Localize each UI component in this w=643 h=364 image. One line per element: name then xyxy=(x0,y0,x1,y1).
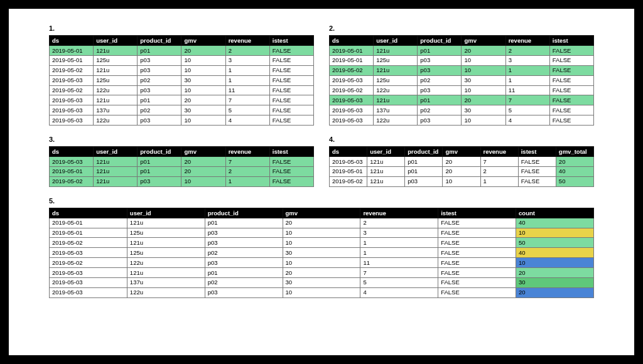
table-cell: p01 xyxy=(138,166,181,176)
table-cell: p03 xyxy=(205,258,283,268)
table-cell: FALSE xyxy=(549,55,593,65)
table-cell: 2019-05-03 xyxy=(50,105,94,115)
table-cell: 10 xyxy=(283,258,360,268)
table-row: 2019-05-02122up031011FALSE xyxy=(50,85,314,95)
table-cell: 7 xyxy=(360,268,438,278)
table-cell: p01 xyxy=(205,268,283,278)
table-cell: p01 xyxy=(418,95,462,105)
table-row: 2019-05-02121up03101FALSE50 xyxy=(50,238,594,248)
table-cell: FALSE xyxy=(269,105,313,115)
table-cell: FALSE xyxy=(269,95,313,105)
table-row: 2019-05-03137up02305FALSE xyxy=(50,105,314,115)
table-row: 2019-05-02121up03101FALSE xyxy=(50,176,314,186)
column-header: product_id xyxy=(138,147,181,157)
column-header: istest xyxy=(269,36,313,46)
table-cell: 2019-05-01 xyxy=(50,166,94,176)
table-cell: 121u xyxy=(127,238,205,248)
table-1: dsuser_idproduct_idgmvrevenueistest2019-… xyxy=(49,35,314,126)
column-header: product_id xyxy=(205,208,283,218)
table-cell: 1 xyxy=(225,176,269,186)
table-cell: p03 xyxy=(138,115,181,126)
table-cell: p03 xyxy=(205,287,283,297)
table-cell: 2019-05-03 xyxy=(50,75,94,85)
table-cell: 2019-05-02 xyxy=(330,85,374,95)
table-cell: FALSE xyxy=(269,157,313,167)
table-cell: 2 xyxy=(225,166,269,176)
table-cell: p03 xyxy=(205,238,283,248)
table-cell: 121u xyxy=(367,176,405,186)
table-cell: p01 xyxy=(138,157,181,167)
table-cell: FALSE xyxy=(438,277,516,287)
table-row: 2019-05-02121up03101FALSE50 xyxy=(330,176,594,186)
column-header: product_id xyxy=(418,36,462,46)
table-cell: 2 xyxy=(505,46,549,56)
table-cell: 2019-05-02 xyxy=(50,176,94,186)
table-cell: 2019-05-03 xyxy=(330,105,374,115)
column-header: revenue xyxy=(225,36,269,46)
table-cell: p01 xyxy=(138,46,181,56)
row-tables-3-4: 3. dsuser_idproduct_idgmvrevenueistest20… xyxy=(49,136,594,187)
table-2-label: 2. xyxy=(329,24,594,32)
table-cell: 1 xyxy=(505,65,549,75)
table-cell: 1 xyxy=(225,75,269,85)
table-cell: FALSE xyxy=(549,95,593,105)
table-cell: 122u xyxy=(94,85,138,95)
column-header: count xyxy=(516,208,594,218)
table-cell: 2019-05-03 xyxy=(50,95,94,105)
table-cell: FALSE xyxy=(549,85,593,95)
table-cell: 3 xyxy=(360,228,438,238)
table-5-label: 5. xyxy=(49,197,594,205)
table-cell: p01 xyxy=(138,95,181,105)
table-cell: FALSE xyxy=(438,268,516,278)
table-cell: 121u xyxy=(94,46,138,56)
table-1-block: 1. dsuser_idproduct_idgmvrevenueistest20… xyxy=(49,24,314,126)
table-cell: 2 xyxy=(360,218,438,228)
table-cell: 30 xyxy=(181,105,225,115)
table-3-label: 3. xyxy=(49,136,314,143)
table-cell: 11 xyxy=(225,85,269,95)
table-cell: 40 xyxy=(516,248,594,258)
table-row: 2019-05-02121up03101FALSE xyxy=(330,65,594,75)
table-cell: 2019-05-02 xyxy=(50,238,127,248)
table-cell: 30 xyxy=(283,277,360,287)
table-cell: 5 xyxy=(505,105,549,115)
column-header: revenue xyxy=(480,147,518,157)
table-cell: 40 xyxy=(516,218,594,228)
table-cell: 2019-05-01 xyxy=(330,46,374,56)
table-cell: 20 xyxy=(443,157,480,167)
table-3-block: 3. dsuser_idproduct_idgmvrevenueistest20… xyxy=(49,136,314,187)
table-2: dsuser_idproduct_idgmvrevenueistest2019-… xyxy=(329,35,594,126)
table-row: 2019-05-03121up01207FALSE20 xyxy=(330,157,594,167)
table-cell: 121u xyxy=(374,46,418,56)
table-cell: 2019-05-01 xyxy=(330,166,367,176)
table-cell: 121u xyxy=(127,268,205,278)
table-cell: 137u xyxy=(127,277,205,287)
table-cell: 20 xyxy=(516,268,594,278)
table-cell: p02 xyxy=(205,277,283,287)
table-cell: 20 xyxy=(283,268,360,278)
table-cell: 2019-05-03 xyxy=(50,115,94,126)
column-header: product_id xyxy=(138,36,181,46)
table-cell: p03 xyxy=(205,228,283,238)
table-cell: 10 xyxy=(181,55,225,65)
table-cell: 2019-05-02 xyxy=(330,65,374,75)
table-cell: 2019-05-03 xyxy=(50,287,127,297)
table-cell: 2019-05-03 xyxy=(330,115,374,126)
column-header: product_id xyxy=(405,147,443,157)
table-5-block: 5. dsuser_idproduct_idgmvrevenueistestco… xyxy=(49,197,594,298)
table-cell: 2019-05-01 xyxy=(50,55,94,65)
table-row: 2019-05-02122up031011FALSE10 xyxy=(50,258,594,268)
column-header: revenue xyxy=(225,147,269,157)
column-header: user_id xyxy=(127,208,205,218)
table-cell: p02 xyxy=(418,105,462,115)
table-cell: 2 xyxy=(480,166,518,176)
table-row: 2019-05-03137up02305FALSE30 xyxy=(50,277,594,287)
table-cell: p03 xyxy=(418,55,462,65)
row-tables-1-2: 1. dsuser_idproduct_idgmvrevenueistest20… xyxy=(49,24,594,126)
table-cell: 30 xyxy=(462,105,505,115)
table-row: 2019-05-01125up03103FALSE xyxy=(50,55,314,65)
table-4-label: 4. xyxy=(329,136,594,143)
table-cell: 40 xyxy=(556,166,593,176)
table-cell: FALSE xyxy=(269,166,313,176)
table-cell: 3 xyxy=(225,55,269,65)
